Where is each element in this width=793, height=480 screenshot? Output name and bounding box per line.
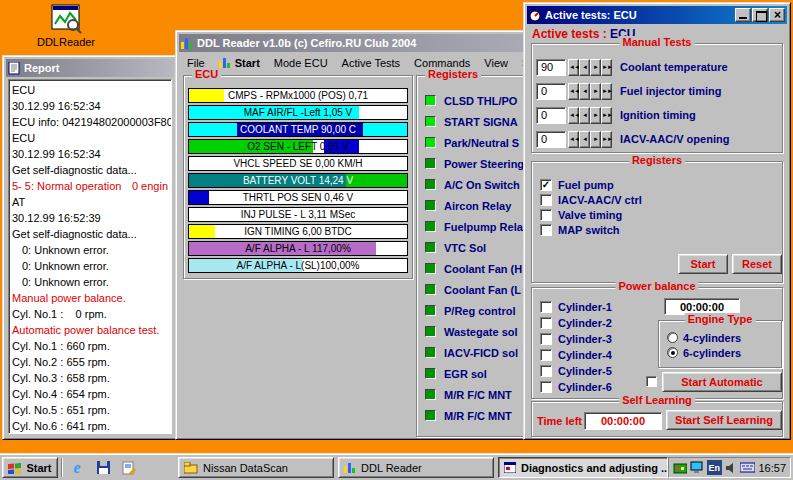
test-value-input[interactable]: 90 bbox=[536, 59, 566, 76]
report-line-extra: 0 engin bbox=[132, 178, 168, 194]
spin-fast-right-icon[interactable]: ►► bbox=[601, 83, 612, 100]
report-line: Cyl. No.1 : 660 rpm. bbox=[12, 338, 168, 354]
spin-right-icon[interactable]: ► bbox=[590, 131, 601, 148]
register-label: VTC Sol bbox=[444, 242, 486, 254]
report-titlebar[interactable]: Report bbox=[6, 59, 174, 77]
active-tests-titlebar[interactable]: Active tests: ECU bbox=[527, 6, 787, 24]
spin-fast-left-icon[interactable]: ◄◄ bbox=[568, 59, 579, 76]
menu-item-label: Commands bbox=[414, 57, 470, 69]
active-tests-window: Active tests: ECU Active tests : ECU Man… bbox=[523, 2, 791, 440]
cylinder-checkbox-row[interactable]: Cylinder-1 bbox=[540, 300, 612, 313]
report-line: Cyl. No.6 : 641 rpm. bbox=[12, 418, 168, 434]
notes-editor-icon[interactable] bbox=[120, 458, 138, 477]
radio-button[interactable] bbox=[667, 347, 678, 358]
register-checkbox-row[interactable]: Valve timing bbox=[540, 208, 622, 221]
checkbox[interactable] bbox=[540, 365, 552, 377]
maximize-button[interactable] bbox=[752, 8, 768, 22]
report-line-text: 30.12.99 16:52:34 bbox=[12, 98, 101, 114]
close-button[interactable] bbox=[769, 8, 785, 22]
register-checkbox-row[interactable]: MAP switch bbox=[540, 223, 620, 236]
checkbox[interactable] bbox=[540, 381, 552, 393]
desktop-icon-label: DDLReader bbox=[28, 36, 104, 48]
report-log: ECU30.12.99 16:52:34ECU info: 0421948020… bbox=[8, 79, 172, 434]
cylinder-checkbox-row[interactable]: Cylinder-5 bbox=[540, 364, 612, 377]
start-menu-button[interactable]: Start bbox=[2, 457, 58, 478]
start-automatic-checkbox[interactable] bbox=[646, 376, 657, 387]
spin-right-icon[interactable]: ► bbox=[590, 107, 601, 124]
spin-fast-left-icon[interactable]: ◄◄ bbox=[568, 107, 579, 124]
checkbox-label: Cylinder-2 bbox=[558, 317, 612, 329]
ecu-param-row: VHCL SPEED SE 0,00 KM/H bbox=[188, 156, 408, 171]
cylinder-checkbox-row[interactable]: Cylinder-4 bbox=[540, 348, 612, 361]
test-value-input[interactable]: 0 bbox=[536, 83, 566, 100]
checkbox[interactable] bbox=[540, 317, 552, 329]
desktop: DDLReader Report ECU30.12.99 16:52:34ECU… bbox=[0, 0, 793, 480]
floppy-save-icon[interactable] bbox=[94, 458, 112, 477]
internet-explorer-icon[interactable]: e bbox=[68, 458, 86, 477]
spin-fast-left-icon[interactable]: ◄◄ bbox=[568, 131, 579, 148]
spin-right-icon[interactable]: ► bbox=[590, 83, 601, 100]
report-line: Cyl. No.3 : 658 rpm. bbox=[12, 370, 168, 386]
spin-left-icon[interactable]: ◄ bbox=[579, 59, 590, 76]
checkbox[interactable] bbox=[540, 333, 552, 345]
cylinder-checkbox-row[interactable]: Cylinder-3 bbox=[540, 332, 612, 345]
spin-left-icon[interactable]: ◄ bbox=[579, 107, 590, 124]
spin-fast-right-icon[interactable]: ►► bbox=[601, 59, 612, 76]
spin-right-icon[interactable]: ► bbox=[590, 59, 601, 76]
ecu-param-row: COOLANT TEMP 90,00 C bbox=[188, 122, 408, 137]
checkbox[interactable] bbox=[540, 224, 552, 236]
spin-fast-right-icon[interactable]: ►► bbox=[601, 107, 612, 124]
taskbar-button[interactable]: DDL Reader bbox=[338, 457, 494, 478]
taskbar-button[interactable]: Nissan DataScan bbox=[178, 457, 334, 478]
checkbox[interactable] bbox=[540, 301, 552, 313]
manual-tests-rows: 90◄◄◄►►►Coolant temperature0◄◄◄►►►Fuel i… bbox=[536, 44, 780, 152]
tray-datascan-icon[interactable] bbox=[673, 461, 687, 475]
spin-left-icon[interactable]: ◄ bbox=[579, 131, 590, 148]
cylinder-checkbox-row[interactable]: Cylinder-6 bbox=[540, 380, 612, 393]
radio-button[interactable] bbox=[667, 332, 678, 343]
report-line-text: Get self-diagnostic data... bbox=[12, 226, 137, 242]
ecu-param-label: O2 SEN - LEFT 0,91 V bbox=[189, 141, 407, 152]
start-button[interactable]: Start bbox=[678, 254, 728, 274]
chart-icon bbox=[219, 57, 231, 68]
taskbar-button[interactable]: Diagnostics and adjusting ... bbox=[498, 457, 668, 478]
cylinder-checkbox-row[interactable]: Cylinder-2 bbox=[540, 316, 612, 329]
reset-button[interactable]: Reset bbox=[732, 254, 782, 274]
register-led bbox=[425, 95, 436, 106]
language-indicator[interactable]: En bbox=[707, 460, 722, 475]
test-value-input[interactable]: 0 bbox=[536, 107, 566, 124]
spin-left-icon[interactable]: ◄ bbox=[579, 83, 590, 100]
engine-type-option[interactable]: 6-cylinders bbox=[667, 346, 741, 359]
start-automatic-button[interactable]: Start Automatic bbox=[662, 372, 782, 392]
checkbox[interactable] bbox=[540, 194, 552, 206]
report-line-text: Cyl. No.4 : 654 rpm. bbox=[12, 386, 110, 402]
spin-fast-right-icon[interactable]: ►► bbox=[601, 131, 612, 148]
report-line: 0: Unknown error. bbox=[12, 274, 168, 290]
volume-icon[interactable] bbox=[725, 462, 737, 474]
minimize-button[interactable] bbox=[735, 8, 751, 22]
engine-type-option[interactable]: 4-cylinders bbox=[667, 331, 741, 344]
clock[interactable]: 16:57 bbox=[758, 462, 786, 474]
taskbar-divider bbox=[61, 458, 63, 477]
register-label: Coolant Fan (H bbox=[444, 263, 522, 275]
test-value-input[interactable]: 0 bbox=[536, 131, 566, 148]
time-left-value: 00:00:00 bbox=[584, 412, 662, 430]
menu-item-view[interactable]: View bbox=[477, 55, 515, 71]
checkbox[interactable] bbox=[540, 349, 552, 361]
notes-glyph bbox=[122, 461, 136, 475]
report-line-text: 30.12.99 16:52:39 bbox=[12, 210, 101, 226]
checkbox[interactable] bbox=[540, 209, 552, 221]
menu-item-active-tests[interactable]: Active Tests bbox=[335, 55, 408, 71]
spinner-arrows: ◄◄◄►►► bbox=[568, 59, 612, 76]
keyboard-icon[interactable] bbox=[740, 462, 755, 473]
tray-display-icon[interactable] bbox=[690, 461, 703, 474]
menu-item-mode-ecu[interactable]: Mode ECU bbox=[267, 55, 335, 71]
checkbox[interactable]: ✓ bbox=[540, 179, 552, 191]
start-self-learning-button[interactable]: Start Self Learning bbox=[666, 410, 782, 430]
register-checkbox-row[interactable]: IACV-AAC/V ctrl bbox=[540, 193, 642, 206]
report-line-text: Cyl. No.6 : 641 rpm. bbox=[12, 418, 110, 434]
spin-fast-left-icon[interactable]: ◄◄ bbox=[568, 83, 579, 100]
register-checkbox-row[interactable]: ✓Fuel pump bbox=[540, 178, 614, 191]
test-registers-heading: Registers bbox=[629, 154, 685, 166]
desktop-icon-ddlreader[interactable]: DDLReader bbox=[28, 3, 104, 48]
